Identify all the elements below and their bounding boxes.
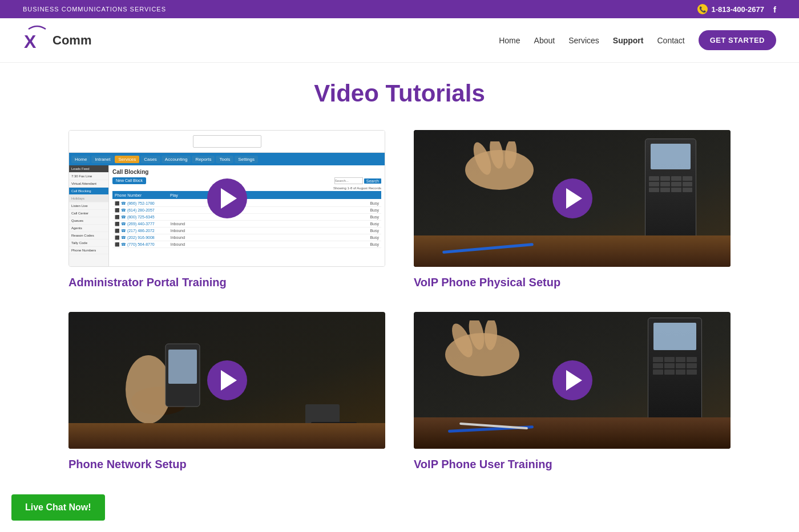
admin-sidebar: Leads Feed 7:30 Fax Line Virtual Attenda…	[69, 165, 109, 266]
play-button-voip-physical[interactable]	[552, 178, 592, 218]
admin-table-header: Phone Number Play	[112, 191, 381, 199]
top-bar: BUSINESS COMMUNICATIONS SERVICES 📞 1-813…	[0, 0, 799, 18]
nav-contact[interactable]: Contact	[657, 36, 684, 45]
video-thumbnail-voip-physical[interactable]	[414, 130, 731, 267]
svg-rect-8	[168, 350, 197, 384]
business-tagline: BUSINESS COMMUNICATIONS SERVICES	[23, 6, 166, 13]
logo-svg: X	[23, 26, 51, 52]
video-grid: Home Intranet Services Cases Accounting …	[0, 119, 799, 494]
video-card-voip-user: VoIP Phone User Training	[414, 312, 731, 471]
svg-point-6	[126, 355, 171, 424]
svg-text:X: X	[24, 31, 37, 52]
video-label-admin: Administrator Portal Training	[68, 276, 385, 289]
page-title-section: Video Tutorials	[0, 63, 799, 119]
play-triangle-3	[221, 370, 237, 391]
admin-nav-bar: Home Intranet Services Cases Accounting …	[69, 153, 385, 165]
video-label-phone-network: Phone Network Setup	[68, 458, 385, 471]
video-label-voip-physical: VoIP Phone Physical Setup	[414, 276, 731, 289]
video-label-voip-user: VoIP Phone User Training	[414, 458, 731, 471]
get-started-button[interactable]: GET STARTED	[699, 30, 776, 50]
logo[interactable]: X Comm	[23, 26, 91, 54]
nav-home[interactable]: Home	[499, 36, 520, 45]
hand-svg	[459, 141, 545, 198]
top-bar-right: 📞 1-813-400-2677 f	[697, 4, 776, 14]
play-button-phone-network[interactable]	[207, 360, 247, 400]
phone-contact: 📞 1-813-400-2677	[697, 4, 764, 14]
phone-number: 1-813-400-2677	[711, 5, 764, 14]
hand-svg-4	[442, 320, 528, 383]
video-thumbnail-phone-network[interactable]	[68, 312, 385, 449]
nav-about[interactable]: About	[534, 36, 555, 45]
play-triangle	[221, 188, 237, 209]
admin-main: Call Blocking New Call Block Search Show…	[109, 165, 385, 266]
video-thumbnail-voip-user[interactable]	[414, 312, 731, 449]
video-thumbnail-admin[interactable]: Home Intranet Services Cases Accounting …	[68, 130, 385, 267]
play-triangle-2	[566, 188, 582, 209]
logo-text: Comm	[53, 33, 91, 48]
facebook-icon[interactable]: f	[773, 5, 776, 14]
nav-support[interactable]: Support	[613, 36, 644, 45]
play-button-admin[interactable]	[207, 178, 247, 218]
video-card-phone-network: Phone Network Setup	[68, 312, 385, 471]
play-triangle-4	[566, 370, 582, 391]
nav-links: Home About Services Support Contact GET …	[499, 30, 776, 50]
main-nav: X Comm Home About Services Support Conta…	[0, 18, 799, 63]
video-card-voip-physical: VoIP Phone Physical Setup	[414, 130, 731, 289]
nav-services[interactable]: Services	[568, 36, 599, 45]
page-title: Video Tutorials	[0, 80, 799, 107]
play-button-voip-user[interactable]	[552, 360, 592, 400]
video-card-admin: Home Intranet Services Cases Accounting …	[68, 130, 385, 289]
phone-icon: 📞	[697, 4, 708, 14]
